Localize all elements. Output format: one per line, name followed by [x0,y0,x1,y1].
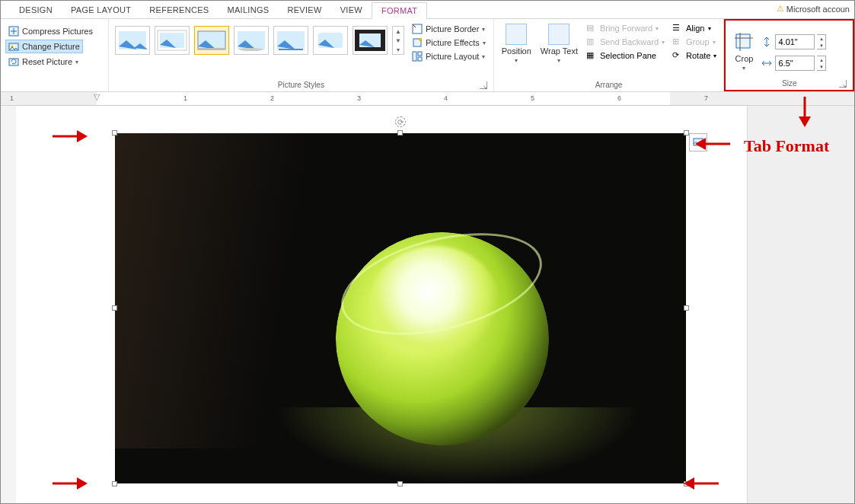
wrap-text-button[interactable]: Wrap Text ▾ [538,21,581,64]
crop-icon [733,31,755,53]
reset-picture-button[interactable]: Reset Picture ▾ [5,55,81,69]
group-objects-button[interactable]: ⊞Group ▾ [670,35,719,49]
picture-layout-icon [412,51,423,62]
picture-effects-label: Picture Effects [426,38,480,47]
height-icon [761,36,773,48]
picture-style-1[interactable] [115,26,150,55]
picture-style-5[interactable] [273,26,308,55]
account-status[interactable]: ⚠ Microsoft accoun [777,4,850,14]
svg-rect-18 [413,52,416,61]
resize-handle-tm[interactable] [397,130,403,136]
picture-layout-button[interactable]: Picture Layout [410,50,487,62]
bring-forward-button[interactable]: ▤Bring Forward ▾ [584,21,667,35]
width-input[interactable] [775,56,815,71]
resize-handle-bl[interactable] [112,481,117,486]
group-arrange-label: Arrange [499,79,719,91]
picture-style-4[interactable] [234,26,269,55]
group-adjust: Compress Pictures Change Picture Reset P… [1,19,109,91]
annotation-text: Tab Format [744,136,829,156]
warning-icon: ⚠ [777,4,784,14]
picture-effects-button[interactable]: Picture Effects [410,37,487,49]
tab-view[interactable]: VIEW [331,2,372,18]
position-icon [506,24,527,45]
tab-design[interactable]: DESIGN [10,2,62,18]
picture-styles-launcher[interactable] [480,81,487,89]
position-label: Position [502,46,531,56]
rotate-button[interactable]: ⟳Rotate ▾ [670,49,719,62]
resize-handle-mr[interactable] [684,305,689,311]
tab-page-layout[interactable]: PAGE LAYOUT [62,2,140,18]
height-spinner[interactable]: ▲▼ [761,34,826,49]
ruler-horizontal[interactable]: ▽ 1 1 2 3 4 5 6 7 [1,92,854,106]
picture-layout-label: Picture Layout [426,52,479,61]
picture-style-7[interactable] [353,26,388,55]
picture-content [115,133,686,483]
picture-styles-gallery: ▲▼▾ [113,21,406,59]
page-edge-gray [748,106,854,504]
height-stepper[interactable]: ▲▼ [817,34,826,49]
group-size: Crop ▾ ▲▼ ▲▼ Size [724,19,854,91]
picture-effects-icon [412,37,423,48]
width-icon [761,57,773,69]
compress-pictures-label: Compress Pictures [22,27,93,36]
reset-picture-icon [8,56,19,67]
annotation-arrow-2 [694,135,732,153]
width-stepper[interactable]: ▲▼ [817,56,826,71]
indent-marker[interactable]: ▽ [94,92,100,102]
tab-review[interactable]: REVIEW [278,2,330,18]
change-picture-icon [8,41,19,52]
selection-pane-button[interactable]: ▦Selection Pane [584,49,667,62]
tab-mailings[interactable]: MAILINGS [218,2,278,18]
send-backward-button[interactable]: ▥Send Backward ▾ [584,35,667,49]
annotation-arrow-1 [51,127,89,145]
document-area[interactable]: ⟳ [1,106,854,504]
group-arrange: Position ▾ Wrap Text ▾ ▤Bring Forward ▾ … [494,19,725,91]
picture-styles-more[interactable]: ▲▼▾ [392,26,404,55]
tab-format[interactable]: FORMAT [372,2,427,19]
account-text: Microsoft accoun [786,5,850,14]
align-button[interactable]: ☰Align ▾ [670,21,719,35]
picture-style-6[interactable] [313,26,348,55]
svg-rect-8 [198,48,225,49]
selected-picture[interactable]: ⟳ [115,133,686,483]
ribbon-tabs: DESIGN PAGE LAYOUT REFERENCES MAILINGS R… [1,1,854,19]
rotate-icon: ⟳ [672,50,683,61]
resize-handle-tr[interactable] [684,130,689,136]
crop-label: Crop [735,54,754,63]
annotation-arrow-3 [51,474,89,493]
page[interactable]: ⟳ [16,106,747,504]
picture-border-label: Picture Border [426,24,479,33]
compress-pictures-icon [8,26,19,37]
group-picture-styles-label: Picture Styles [113,79,489,91]
group-icon: ⊞ [672,37,683,47]
resize-handle-tl[interactable] [112,130,117,136]
svg-rect-19 [418,52,422,56]
wrap-text-icon [548,24,569,45]
crop-button[interactable]: Crop ▾ [730,29,758,72]
compress-pictures-button[interactable]: Compress Pictures [5,24,96,38]
resize-handle-bm[interactable] [397,481,403,486]
selection-pane-icon: ▦ [586,50,597,61]
resize-handle-ml[interactable] [112,305,117,311]
rotate-handle[interactable]: ⟳ [395,116,406,127]
picture-style-2[interactable] [155,26,190,55]
align-icon: ☰ [672,23,683,33]
svg-rect-20 [418,57,422,61]
picture-border-button[interactable]: Picture Border [410,23,487,35]
svg-rect-21 [736,34,750,48]
group-adjust-label [5,88,104,91]
width-spinner[interactable]: ▲▼ [761,56,826,71]
size-launcher[interactable] [839,80,847,88]
annotation-arrow-down [796,95,814,129]
change-picture-button[interactable]: Change Picture [5,40,83,53]
annotation-arrow-4 [682,474,720,493]
group-picture-styles: ▲▼▾ Picture Border Picture Effects Pictu… [109,19,494,91]
svg-point-17 [419,38,422,41]
height-input[interactable] [775,34,815,49]
tab-references[interactable]: REFERENCES [140,2,218,18]
position-button[interactable]: Position ▾ [499,21,534,64]
change-picture-label: Change Picture [22,42,80,51]
picture-style-3[interactable] [194,26,229,55]
ribbon: Compress Pictures Change Picture Reset P… [1,19,854,92]
bring-forward-icon: ▤ [586,23,597,33]
